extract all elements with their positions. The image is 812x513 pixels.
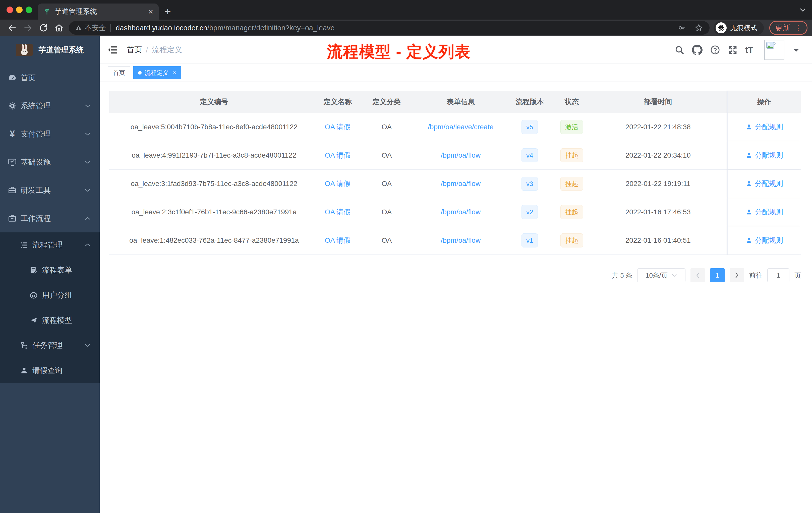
browser-update-button[interactable]: 更新 ⋮ bbox=[769, 21, 808, 35]
definition-name-link[interactable]: OA 请假 bbox=[325, 151, 351, 160]
bookmark-star-icon[interactable] bbox=[695, 24, 703, 32]
caret-down-icon[interactable] bbox=[793, 49, 799, 55]
goto-page-input[interactable]: 1 bbox=[767, 268, 789, 282]
sidebar-item-dev-tools[interactable]: 研发工具 bbox=[0, 176, 100, 204]
toolbox-icon bbox=[7, 186, 17, 195]
version-badge: v2 bbox=[522, 205, 538, 219]
form-info-link[interactable]: /bpm/oa/flow bbox=[441, 236, 481, 244]
col-status: 状态 bbox=[555, 97, 589, 107]
assign-user-icon bbox=[746, 237, 753, 244]
list-icon bbox=[19, 241, 29, 249]
workflow-submenu: 流程管理 流程表单 用户分组 bbox=[0, 233, 100, 383]
sidebar-item-leave-query[interactable]: 请假查询 bbox=[0, 358, 100, 383]
col-definition-name: 定义名称 bbox=[319, 97, 356, 107]
table-row: oa_leave:2:3c1f0ef1-76b1-11ec-9c66-a2380… bbox=[109, 198, 801, 227]
monitor-icon bbox=[7, 158, 17, 167]
sidebar-item-process-model[interactable]: 流程模型 bbox=[0, 308, 100, 333]
table-header: 定义编号 定义名称 定义分类 表单信息 流程版本 状态 部署时间 操作 bbox=[109, 91, 801, 113]
fullscreen-icon[interactable] bbox=[728, 45, 738, 55]
font-size-icon[interactable]: tT bbox=[745, 45, 753, 55]
browser-menu-icon[interactable]: ⋮ bbox=[795, 24, 802, 32]
tab-close-icon[interactable]: × bbox=[148, 7, 153, 16]
assign-rule-link[interactable]: 分配规则 bbox=[755, 207, 783, 217]
definition-name-link[interactable]: OA 请假 bbox=[325, 207, 351, 217]
incognito-label: 无痕模式 bbox=[730, 23, 757, 32]
maximize-window-button[interactable] bbox=[26, 6, 32, 13]
chevron-down-icon bbox=[85, 188, 91, 192]
security-warning-icon[interactable] bbox=[75, 25, 82, 31]
tab-search-chevron-icon[interactable] bbox=[799, 6, 807, 13]
reload-button[interactable] bbox=[36, 23, 51, 33]
browser-tab[interactable]: 芋道管理系统 × bbox=[38, 3, 159, 20]
assign-rule-link[interactable]: 分配规则 bbox=[755, 179, 783, 188]
page-header: 首页 / 流程定义 流程模型 - 定义列表 tT bbox=[100, 36, 812, 64]
col-form-info: 表单信息 bbox=[417, 97, 505, 107]
assign-user-icon bbox=[746, 123, 753, 130]
form-info-link[interactable]: /bpm/oa/leave/create bbox=[428, 123, 494, 131]
paper-plane-icon bbox=[29, 316, 38, 325]
chevron-down-icon bbox=[85, 104, 91, 108]
assign-user-icon bbox=[746, 152, 753, 159]
sidebar-item-system[interactable]: 系统管理 bbox=[0, 92, 100, 120]
chevron-down-icon bbox=[85, 160, 91, 164]
page-size-select[interactable]: 10条/页 bbox=[637, 268, 686, 282]
form-info-link[interactable]: /bpm/oa/flow bbox=[441, 208, 481, 216]
main-content: 定义编号 定义名称 定义分类 表单信息 流程版本 状态 部署时间 操作 oa_l… bbox=[100, 82, 812, 513]
password-key-icon[interactable] bbox=[677, 24, 686, 32]
minimize-window-button[interactable] bbox=[16, 6, 23, 13]
tag-home[interactable]: 首页 bbox=[108, 66, 130, 79]
close-window-button[interactable] bbox=[6, 6, 13, 13]
col-definition-id: 定义编号 bbox=[109, 97, 319, 107]
help-icon[interactable] bbox=[710, 45, 720, 55]
breadcrumb-home[interactable]: 首页 bbox=[127, 45, 142, 55]
next-page-button[interactable] bbox=[730, 268, 744, 282]
address-bar[interactable]: 不安全 dashboard.yudao.iocoder.cn /bpm/mana… bbox=[69, 21, 709, 35]
incognito-icon bbox=[716, 22, 727, 33]
sidebar-item-home[interactable]: 首页 bbox=[0, 64, 100, 92]
url-path: /bpm/manager/definition?key=oa_leave bbox=[207, 24, 335, 32]
definition-id: oa_leave:4:991f2193-7b7f-11ec-a3c8-acde4… bbox=[109, 151, 319, 159]
browser-toolbar: 不安全 dashboard.yudao.iocoder.cn /bpm/mana… bbox=[0, 20, 812, 36]
app-logo: 芋道管理系统 bbox=[0, 36, 100, 64]
form-info-link[interactable]: /bpm/oa/flow bbox=[441, 180, 481, 188]
flow-tree-icon bbox=[19, 341, 29, 350]
deploy-time: 2022-01-16 01:40:51 bbox=[589, 236, 727, 244]
robot-face-icon bbox=[29, 291, 38, 299]
assign-rule-link[interactable]: 分配规则 bbox=[755, 151, 783, 160]
yen-icon: ¥ bbox=[7, 129, 17, 139]
form-info-link[interactable]: /bpm/oa/flow bbox=[441, 151, 481, 159]
sidebar-item-process-management[interactable]: 流程管理 bbox=[0, 233, 100, 258]
assign-rule-link[interactable]: 分配规则 bbox=[755, 122, 783, 132]
logo-avatar bbox=[16, 44, 33, 56]
definition-id: oa_leave:5:004b710b-7b8a-11ec-8ef0-acde4… bbox=[109, 123, 319, 131]
avatar[interactable] bbox=[764, 40, 784, 60]
sidebar-item-process-form[interactable]: 流程表单 bbox=[0, 258, 100, 282]
definition-category: OA bbox=[356, 208, 417, 216]
prev-page-button[interactable] bbox=[691, 268, 705, 282]
sidebar-item-workflow[interactable]: 工作流程 bbox=[0, 204, 100, 233]
sidebar-item-task-management[interactable]: 任务管理 bbox=[0, 333, 100, 358]
definition-id: oa_leave:1:482ec033-762a-11ec-8477-a2380… bbox=[109, 236, 319, 244]
back-button[interactable] bbox=[4, 23, 20, 33]
status-badge: 挂起 bbox=[560, 205, 583, 219]
definition-name-link[interactable]: OA 请假 bbox=[325, 236, 351, 245]
hamburger-icon[interactable] bbox=[107, 45, 118, 55]
definition-name-link[interactable]: OA 请假 bbox=[325, 179, 351, 188]
definition-category: OA bbox=[356, 180, 417, 188]
tag-process-definition[interactable]: 流程定义 × bbox=[133, 66, 181, 79]
search-icon[interactable] bbox=[674, 45, 685, 55]
current-page-button[interactable]: 1 bbox=[710, 268, 725, 282]
new-tab-button[interactable]: + bbox=[165, 3, 171, 20]
window-controls[interactable] bbox=[6, 6, 32, 13]
forward-button[interactable] bbox=[20, 23, 36, 33]
sidebar-item-payment[interactable]: ¥ 支付管理 bbox=[0, 120, 100, 148]
home-button[interactable] bbox=[51, 23, 67, 33]
chevron-up-icon bbox=[85, 217, 91, 220]
github-icon[interactable] bbox=[692, 45, 702, 55]
col-deploy-time: 部署时间 bbox=[589, 97, 727, 107]
tag-close-icon[interactable]: × bbox=[173, 69, 176, 76]
definition-name-link[interactable]: OA 请假 bbox=[325, 122, 351, 132]
assign-rule-link[interactable]: 分配规则 bbox=[755, 236, 783, 245]
sidebar-item-user-group[interactable]: 用户分组 bbox=[0, 282, 100, 308]
sidebar-item-infrastructure[interactable]: 基础设施 bbox=[0, 148, 100, 176]
